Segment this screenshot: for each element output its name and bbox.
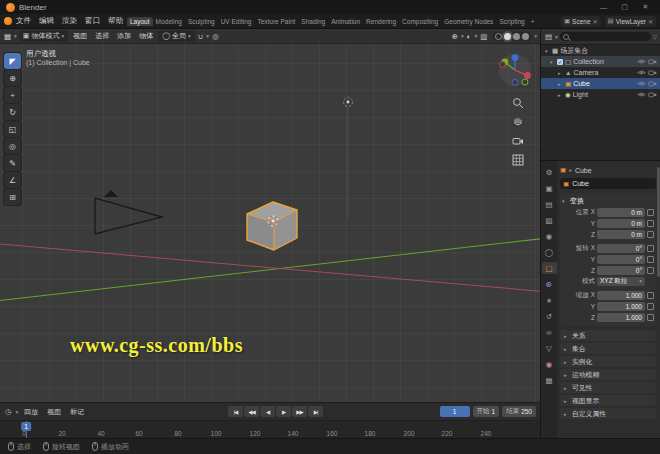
tab-view-layer[interactable]: ▧: [542, 214, 557, 226]
outliner-row-collection[interactable]: ▾ ✓ ▢ Collection: [541, 56, 660, 67]
snap-magnet-icon[interactable]: ∪: [197, 32, 205, 41]
scene-unlink-icon[interactable]: ✕: [593, 18, 598, 25]
view-layer-selector[interactable]: ▤ ViewLayer ✕: [605, 16, 656, 27]
expand-arrow-icon[interactable]: ▸: [558, 81, 563, 87]
section-visibility[interactable]: ▸ 可见性: [560, 382, 656, 393]
scale-x-field[interactable]: 1.000: [597, 291, 645, 300]
menu-add[interactable]: 添加: [114, 31, 134, 41]
camera-object[interactable]: [92, 190, 170, 240]
outliner-row-light[interactable]: ▸ ◉ Light: [541, 89, 660, 100]
tool-move[interactable]: +: [4, 87, 21, 103]
lock-icon[interactable]: [647, 220, 654, 227]
workspace-tab-shading[interactable]: Shading: [298, 17, 328, 26]
workspace-tab-geometry-nodes[interactable]: Geometry Nodes: [441, 17, 496, 26]
collection-checkbox[interactable]: ✓: [557, 59, 563, 65]
tab-scene[interactable]: ◉: [542, 230, 557, 242]
tool-add-primitive[interactable]: ⊞: [4, 189, 21, 205]
workspace-tab-compositing[interactable]: Compositing: [399, 17, 441, 26]
outliner-search-input[interactable]: [560, 32, 651, 41]
expand-arrow-icon[interactable]: ▾: [550, 59, 555, 65]
tab-tool[interactable]: ⚙: [542, 166, 557, 178]
section-collections[interactable]: ▸ 集合: [560, 343, 656, 354]
tool-rotate[interactable]: ↻: [4, 104, 21, 120]
proportional-edit-icon[interactable]: ◎: [211, 32, 220, 41]
location-y-field[interactable]: 0 m: [597, 219, 645, 228]
expand-arrow-icon[interactable]: ▸: [558, 92, 563, 98]
outliner-editor-icon[interactable]: ▤: [544, 32, 553, 41]
shading-rendered-button[interactable]: [522, 33, 529, 40]
menu-help[interactable]: 帮助: [104, 16, 127, 26]
menu-object[interactable]: 物体: [136, 31, 156, 41]
jump-start-button[interactable]: |◀: [228, 406, 243, 417]
menu-markers[interactable]: 标记: [67, 407, 87, 417]
prev-keyframe-button[interactable]: ◀◀: [244, 406, 259, 417]
workspace-tab-sculpting[interactable]: Sculpting: [185, 17, 218, 26]
tool-select-box[interactable]: ◤: [4, 53, 21, 69]
gizmos-toggle-icon[interactable]: ⊕: [451, 32, 459, 41]
outliner-filter-icon[interactable]: ▽: [653, 34, 657, 40]
outliner-row-cube[interactable]: ▸ ▣ Cube: [541, 78, 660, 89]
menu-playback[interactable]: 回放: [21, 407, 41, 417]
close-button[interactable]: ✕: [637, 3, 654, 11]
pan-hand-icon[interactable]: [511, 115, 525, 129]
camera-view-icon[interactable]: [511, 134, 525, 148]
mode-dropdown[interactable]: ▣ 物体模式 ▾: [19, 30, 68, 42]
section-custom-properties[interactable]: ▸ 自定义属性: [560, 408, 656, 419]
orientation-dropdown[interactable]: ◯ 全局 ▾: [158, 30, 195, 42]
disable-render-icon[interactable]: [648, 58, 657, 65]
play-button[interactable]: ▶: [276, 406, 291, 417]
hide-eye-icon[interactable]: [637, 69, 646, 76]
xray-toggle-icon[interactable]: ▥: [479, 32, 488, 41]
frame-start-field[interactable]: 开始 1: [473, 406, 500, 417]
shading-material-button[interactable]: [513, 33, 520, 40]
view-layer-unlink-icon[interactable]: ✕: [648, 18, 653, 25]
section-viewport-display[interactable]: ▸ 视图显示: [560, 395, 656, 406]
tab-object[interactable]: ▢: [542, 262, 557, 274]
timeline-ruler[interactable]: 1 0 20 40 60 80 100 120 140 160 180 200 …: [0, 420, 540, 439]
expand-arrow-icon[interactable]: ▾: [545, 48, 550, 54]
workspace-tab-rendering[interactable]: Rendering: [363, 17, 399, 26]
location-z-field[interactable]: 0 m: [597, 230, 645, 239]
outliner-row-camera[interactable]: ▸ ▲ Camera: [541, 67, 660, 78]
disable-render-icon[interactable]: [648, 69, 657, 76]
scene-selector[interactable]: ▣ Scene ✕: [561, 16, 601, 27]
add-workspace-button[interactable]: +: [528, 17, 538, 26]
tool-cursor[interactable]: ⊕: [4, 70, 21, 86]
breadcrumb-object-name[interactable]: Cube: [575, 167, 592, 174]
viewport-3d[interactable]: 用户透视 (1) Collection | Cube www.cg-ss.com…: [0, 44, 540, 402]
frame-end-field[interactable]: 结束 250: [502, 406, 536, 417]
timeline-editor-icon[interactable]: ◷: [4, 407, 13, 416]
tool-measure[interactable]: ∠: [4, 172, 21, 188]
lock-icon[interactable]: [647, 292, 654, 299]
object-name-field[interactable]: ▣ Cube: [560, 178, 656, 189]
transform-panel-header[interactable]: ▾ 变换: [562, 195, 654, 206]
tab-texture[interactable]: ▦: [542, 374, 557, 386]
tool-annotate[interactable]: ✎: [4, 155, 21, 171]
workspace-tab-animation[interactable]: Animation: [328, 17, 363, 26]
rotation-x-field[interactable]: 0°: [597, 244, 645, 253]
lock-icon[interactable]: [647, 267, 654, 274]
overlays-toggle-icon[interactable]: ◐: [466, 32, 473, 41]
tab-constraints[interactable]: ∞: [542, 326, 557, 338]
disable-render-icon[interactable]: [648, 91, 657, 98]
blender-menu-icon[interactable]: [4, 17, 12, 25]
light-object[interactable]: [338, 92, 358, 222]
workspace-tab-uv-editing[interactable]: UV Editing: [218, 17, 255, 26]
outliner-row-scene-collection[interactable]: ▾ ▦ 场景集合: [541, 45, 660, 56]
shading-wireframe-button[interactable]: [495, 33, 502, 40]
shading-solid-button[interactable]: [504, 33, 511, 40]
tab-render[interactable]: ▣: [542, 182, 557, 194]
tab-object-data[interactable]: ▽: [542, 342, 557, 354]
workspace-tab-layout[interactable]: Layout: [127, 17, 153, 26]
menu-timeline-view[interactable]: 视图: [44, 407, 64, 417]
location-x-field[interactable]: 0 m: [597, 208, 645, 217]
editor-type-icon[interactable]: ▦: [3, 32, 12, 41]
scale-y-field[interactable]: 1.000: [597, 302, 645, 311]
jump-end-button[interactable]: ▶|: [308, 406, 323, 417]
hide-eye-icon[interactable]: [637, 58, 646, 65]
zoom-icon[interactable]: [511, 96, 525, 110]
lock-icon[interactable]: [647, 209, 654, 216]
expand-arrow-icon[interactable]: ▸: [558, 70, 563, 76]
disable-render-icon[interactable]: [648, 80, 657, 87]
workspace-tab-texture-paint[interactable]: Texture Paint: [254, 17, 298, 26]
